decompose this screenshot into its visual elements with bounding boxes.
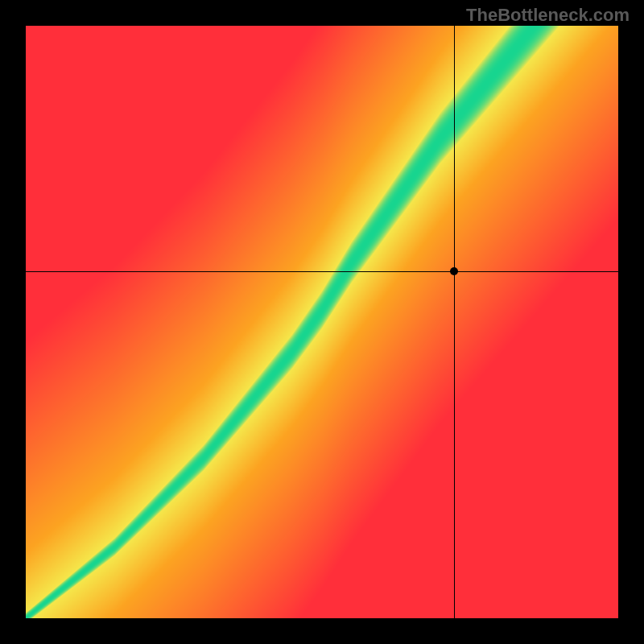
- chart-container: TheBottleneck.com: [0, 0, 644, 644]
- crosshair-vertical: [454, 26, 456, 618]
- intersection-marker: [450, 267, 458, 275]
- crosshair-horizontal: [26, 271, 618, 273]
- heatmap-canvas: [26, 26, 618, 618]
- plot-area: [26, 26, 618, 618]
- watermark-text: TheBottleneck.com: [466, 5, 630, 26]
